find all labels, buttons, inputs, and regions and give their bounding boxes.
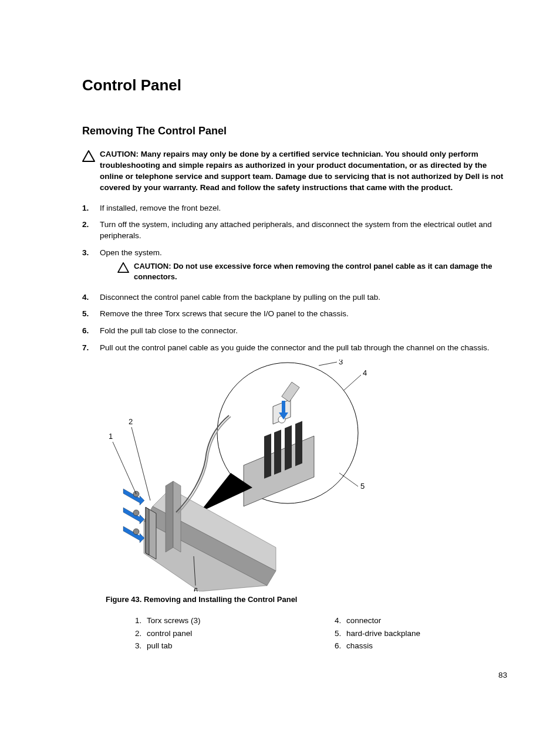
- svg-line-3: [319, 362, 337, 366]
- svg-rect-7: [264, 434, 271, 479]
- step-1: If installed, remove the front bezel.: [82, 203, 507, 214]
- svg-point-23: [133, 510, 139, 516]
- legend-item-6: chassis: [335, 640, 507, 652]
- callout-1: 1: [109, 432, 113, 441]
- step-5: Remove the three Torx screws that secure…: [82, 309, 507, 320]
- svg-line-4: [344, 375, 361, 390]
- subsection-title: Removing The Control Panel: [82, 125, 507, 137]
- callout-4: 4: [363, 368, 367, 377]
- page-number: 83: [498, 671, 507, 679]
- caution-block-main: CAUTION: Many repairs may only be done b…: [82, 149, 507, 194]
- svg-rect-10: [295, 421, 302, 466]
- svg-rect-8: [274, 430, 281, 475]
- legend-item-1: Torx screws (3): [135, 614, 335, 627]
- legend-item-2: control panel: [135, 627, 335, 640]
- caution-icon: [82, 150, 95, 164]
- steps-list: If installed, remove the front bezel. Tu…: [82, 203, 507, 354]
- step-4: Disconnect the control panel cable from …: [82, 292, 507, 303]
- caution-block-step3: CAUTION: Do not use excessive force when…: [117, 261, 507, 282]
- caution-text-step3: CAUTION: Do not use excessive force when…: [134, 261, 507, 282]
- svg-rect-21: [146, 508, 149, 555]
- legend-item-4: connector: [335, 614, 507, 627]
- step-6: Fold the pull tab close to the connector…: [82, 326, 507, 337]
- step-3: Open the system. CAUTION: Do not use exc…: [82, 248, 507, 282]
- callout-5: 5: [360, 482, 365, 491]
- step-3-text: Open the system.: [100, 248, 162, 257]
- legend-item-5: hard-drive backplane: [335, 627, 507, 640]
- section-title: Control Panel: [82, 76, 507, 94]
- step-2: Turn off the system, including any attac…: [82, 219, 507, 242]
- caution-text-main: CAUTION: Many repairs may only be done b…: [100, 149, 507, 194]
- figure-legend: Torx screws (3) control panel pull tab c…: [135, 614, 507, 652]
- svg-point-24: [133, 529, 139, 535]
- svg-rect-9: [285, 425, 292, 471]
- figure-caption: Figure 43. Removing and Installing the C…: [106, 595, 507, 604]
- figure-container: 3 4 5: [106, 360, 507, 652]
- legend-item-3: pull tab: [135, 640, 335, 652]
- callout-3: 3: [339, 360, 343, 366]
- step-7: Pull out the control panel cable as you …: [82, 343, 507, 354]
- callout-6: 6: [194, 586, 198, 591]
- caution-icon: [117, 262, 129, 276]
- svg-marker-1: [118, 263, 129, 272]
- svg-line-25: [113, 442, 136, 494]
- svg-marker-19: [173, 481, 181, 552]
- figure-image: 3 4 5: [106, 360, 376, 591]
- svg-marker-18: [166, 481, 173, 552]
- svg-marker-0: [83, 151, 95, 161]
- callout-2: 2: [129, 417, 133, 426]
- svg-line-5: [339, 473, 358, 486]
